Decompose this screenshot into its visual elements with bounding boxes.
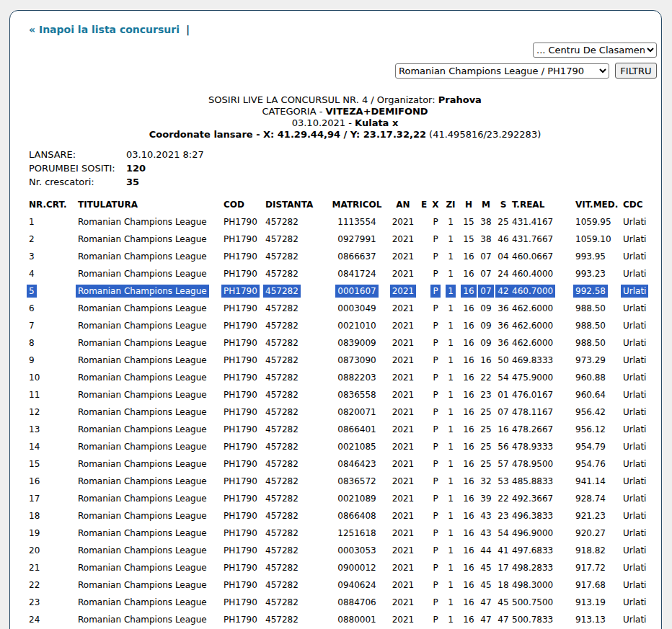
table-cell: 485.8833 xyxy=(512,473,575,490)
table-cell: 0841724 xyxy=(326,265,388,282)
table-row: 23Romanian Champions LeaguePH17904572820… xyxy=(29,594,660,611)
table-header-row: NR.CRT.TITULATURACODDISTANTAMATRICOLANEX… xyxy=(29,196,660,213)
table-cell: 20 xyxy=(29,542,78,559)
table-cell: Urlati xyxy=(623,300,660,317)
table-cell: 16 xyxy=(460,248,477,265)
table-cell: Urlati xyxy=(623,490,660,507)
contest-title-block: SOSIRI LIVE LA CONCURSUL NR. 4 / Organiz… xyxy=(29,94,661,140)
table-cell: Romanian Champions League xyxy=(78,542,224,559)
release-place: Kulata x xyxy=(355,117,398,128)
table-cell: P xyxy=(430,542,441,559)
table-cell: P xyxy=(430,421,441,438)
contest-title-line3: 03.10.2021 - Kulata x xyxy=(29,117,661,129)
table-cell: 0880001 xyxy=(326,611,388,628)
table-cell: P xyxy=(430,525,441,542)
table-cell: PH1790 xyxy=(224,213,265,231)
table-cell: 9 xyxy=(29,352,78,369)
table-cell: Urlati xyxy=(623,611,660,628)
table-cell: PH1790 xyxy=(224,231,265,248)
table-cell: Romanian Champions League xyxy=(78,490,224,507)
table-cell: Romanian Champions League xyxy=(78,455,224,473)
table-row: 6Romanian Champions LeaguePH179045728200… xyxy=(29,300,660,317)
table-row: 21Romanian Champions LeaguePH17904572820… xyxy=(29,559,660,576)
table-cell: 19 xyxy=(29,525,78,542)
table-row: 20Romanian Champions LeaguePH17904572820… xyxy=(29,542,660,559)
table-cell xyxy=(418,542,430,559)
table-cell: 2021 xyxy=(388,352,418,369)
table-cell: P xyxy=(430,213,441,231)
table-cell: 36 xyxy=(495,317,512,334)
table-cell: 13 xyxy=(29,421,78,438)
table-cell: P xyxy=(430,369,441,386)
table-cell: 16 xyxy=(460,525,477,542)
table-cell xyxy=(418,265,430,282)
table-cell: 0839009 xyxy=(326,334,388,352)
table-cell: Romanian Champions League xyxy=(78,265,224,282)
table-cell: 1 xyxy=(441,317,460,334)
table-cell: 457282 xyxy=(265,386,326,403)
table-cell: 24 xyxy=(495,265,512,282)
league-select[interactable]: Romanian Champions League / PH1790 xyxy=(395,63,609,79)
table-cell: 2021 xyxy=(388,559,418,576)
table-cell: 39 xyxy=(477,490,495,507)
table-row: 9Romanian Champions LeaguePH179045728208… xyxy=(29,352,660,369)
table-cell: P xyxy=(430,473,441,490)
table-cell: 475.9000 xyxy=(512,369,575,386)
table-cell: 0001607 xyxy=(326,282,388,300)
table-cell xyxy=(418,231,430,248)
table-cell: PH1790 xyxy=(224,386,265,403)
table-cell: 2021 xyxy=(388,317,418,334)
organizer-name: Prahova xyxy=(438,94,482,105)
filter-button[interactable]: FILTRU xyxy=(615,63,657,79)
table-row: 24Romanian Champions LeaguePH17904572820… xyxy=(29,611,660,628)
table-cell: 2021 xyxy=(388,403,418,421)
table-cell: Romanian Champions League xyxy=(78,507,224,525)
table-cell: 960.64 xyxy=(575,386,623,403)
table-cell: 500.7500 xyxy=(512,594,575,611)
table-cell: 457282 xyxy=(265,611,326,628)
table-cell xyxy=(418,386,430,403)
table-cell: 478.2667 xyxy=(512,421,575,438)
table-cell: Romanian Champions League xyxy=(78,611,224,628)
table-cell: 1 xyxy=(441,611,460,628)
table-cell: 16 xyxy=(460,421,477,438)
table-cell: 2021 xyxy=(388,611,418,628)
table-cell: Romanian Champions League xyxy=(78,317,224,334)
table-cell: 496.3833 xyxy=(512,507,575,525)
table-cell: Urlati xyxy=(623,369,660,386)
table-cell: P xyxy=(430,594,441,611)
results-panel: « Inapoi la lista concursuri| ... Centru… xyxy=(9,10,662,629)
back-to-contests-link[interactable]: « Inapoi la lista concursuri xyxy=(29,24,180,35)
table-cell: 478.1167 xyxy=(512,403,575,421)
table-cell: 462.6000 xyxy=(512,300,575,317)
contest-info-block: LANSARE: 03.10.2021 8:27 PORUMBEI SOSITI… xyxy=(29,148,661,189)
table-cell: 6 xyxy=(29,300,78,317)
table-cell xyxy=(418,317,430,334)
table-cell: 16 xyxy=(460,507,477,525)
table-cell: P xyxy=(430,507,441,525)
table-cell: 15 xyxy=(460,231,477,248)
table-cell: 38 xyxy=(477,213,495,231)
table-cell: 16 xyxy=(460,300,477,317)
table-cell: PH1790 xyxy=(224,507,265,525)
table-cell: 457282 xyxy=(265,265,326,282)
table-cell: 2 xyxy=(29,231,78,248)
table-cell: 457282 xyxy=(265,403,326,421)
ranking-center-select[interactable]: ... Centru De Clasament ... xyxy=(533,43,657,58)
arrived-pigeons-count: 120 xyxy=(126,163,146,174)
table-cell: 956.12 xyxy=(575,421,623,438)
table-cell: 478.9500 xyxy=(512,455,575,473)
table-cell: 01 xyxy=(495,386,512,403)
table-cell: 0836572 xyxy=(326,473,388,490)
table-row: 14Romanian Champions LeaguePH17904572820… xyxy=(29,438,660,455)
table-cell: 43 xyxy=(477,507,495,525)
results-table: NR.CRT.TITULATURACODDISTANTAMATRICOLANEX… xyxy=(29,196,660,629)
table-cell: 2021 xyxy=(388,282,418,300)
table-row: 8Romanian Champions LeaguePH179045728208… xyxy=(29,334,660,352)
table-cell: 496.9000 xyxy=(512,525,575,542)
table-cell: 457282 xyxy=(265,438,326,455)
table-cell xyxy=(418,403,430,421)
table-cell: 0900012 xyxy=(326,559,388,576)
table-cell: 45 xyxy=(477,576,495,594)
nav-separator: | xyxy=(186,24,190,35)
